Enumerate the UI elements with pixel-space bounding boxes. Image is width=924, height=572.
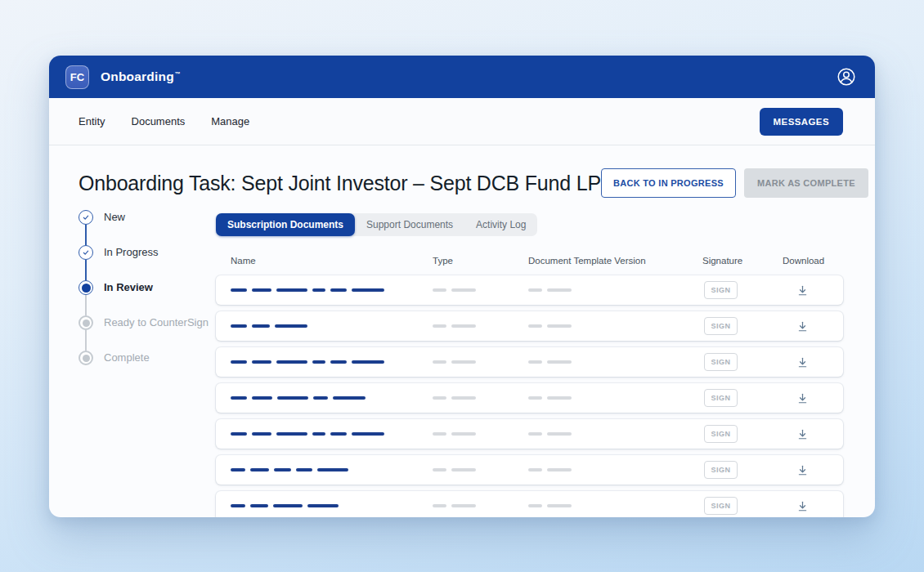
redaction-dash [547, 324, 572, 328]
signature-cell: SIGN [702, 461, 783, 479]
redacted-text [433, 288, 528, 292]
nav-item-manage[interactable]: Manage [211, 115, 249, 127]
redacted-text [216, 432, 433, 436]
redaction-dash [330, 288, 347, 292]
redaction-dash [274, 468, 291, 471]
redacted-text [433, 396, 528, 400]
page-title: Onboarding Task: Sept Joint Investor – S… [78, 172, 601, 195]
redaction-dash [252, 324, 270, 328]
redacted-text [528, 360, 702, 364]
title-row: Onboarding Task: Sept Joint Investor – S… [78, 168, 843, 198]
column-header-download: Download [783, 256, 843, 266]
download-icon [796, 500, 809, 512]
mark-as-complete-button[interactable]: MARK AS COMPLETE [744, 168, 868, 198]
redaction-dash [250, 504, 268, 507]
step-check-icon [78, 245, 93, 260]
redaction-dash [313, 396, 328, 400]
back-to-in-progress-button[interactable]: BACK TO IN PROGRESS [601, 168, 736, 198]
signature-cell: SIGN [702, 389, 783, 407]
redaction-dash [547, 468, 572, 471]
redaction-dash [451, 288, 476, 292]
redacted-text [433, 324, 528, 328]
sign-button[interactable]: SIGN [704, 425, 738, 443]
redaction-dash [528, 432, 542, 436]
sign-button[interactable]: SIGN [704, 281, 738, 299]
tab-activity-log[interactable]: Activity Log [464, 213, 537, 236]
tab-subscription-documents[interactable]: Subscription Documents [216, 213, 355, 236]
messages-button[interactable]: MESSAGES [760, 108, 843, 136]
body-row: NewIn ProgressIn ReviewReady to CounterS… [78, 213, 843, 517]
redacted-text [528, 396, 702, 400]
column-header-name: Name [216, 256, 433, 266]
stepper-step-label: New [104, 210, 125, 225]
redacted-text [216, 360, 433, 364]
main-nav: EntityDocumentsManage MESSAGES [49, 98, 875, 145]
download-button[interactable] [795, 463, 810, 478]
sign-button[interactable]: SIGN [704, 353, 738, 371]
redaction-dash [451, 432, 476, 436]
nav-item-entity[interactable]: Entity [78, 115, 105, 127]
redaction-dash [231, 360, 247, 364]
stepper-step-ready-to-countersign: Ready to CounterSign [78, 315, 216, 351]
stepper-step-new: New [78, 210, 216, 245]
table-header: NameTypeDocument Template VersionSignatu… [216, 256, 843, 266]
download-button[interactable] [795, 283, 810, 298]
download-cell [783, 355, 843, 370]
signature-cell: SIGN [702, 425, 783, 443]
app-title: Onboarding™ [101, 69, 181, 84]
download-button[interactable] [795, 498, 810, 514]
trademark-symbol: ™ [175, 71, 181, 77]
download-button[interactable] [795, 391, 810, 406]
redaction-dash [547, 432, 572, 436]
redaction-dash [433, 396, 446, 400]
step-bullet-icon [78, 351, 93, 365]
table-row: SIGN [216, 383, 843, 413]
stepper-connector [85, 225, 87, 245]
redacted-text [433, 504, 528, 507]
download-cell [783, 283, 843, 298]
redaction-dash [231, 324, 247, 328]
signature-cell: SIGN [702, 281, 783, 299]
redaction-dash [433, 504, 446, 507]
redaction-dash [333, 396, 366, 400]
stepper-step-label: In Review [104, 280, 153, 295]
brand-logo[interactable]: FC [65, 65, 89, 89]
download-cell [783, 391, 843, 406]
redacted-text [216, 396, 433, 400]
download-button[interactable] [795, 427, 810, 442]
step-bullet-icon [78, 315, 93, 330]
sign-button[interactable]: SIGN [704, 497, 738, 515]
redacted-text [433, 360, 528, 364]
table-row: SIGN [216, 347, 843, 377]
stepper-step-label: Ready to CounterSign [104, 315, 209, 330]
redaction-dash [330, 360, 347, 364]
sign-button[interactable]: SIGN [704, 389, 738, 407]
redaction-dash [451, 324, 476, 328]
redaction-dash [276, 288, 307, 292]
redaction-dash [451, 396, 476, 400]
download-button[interactable] [795, 319, 810, 334]
download-button[interactable] [795, 355, 810, 370]
nav-item-documents[interactable]: Documents [132, 115, 186, 127]
redaction-dash [528, 360, 542, 364]
redaction-dash [528, 396, 542, 400]
stepper-step-label: In Progress [104, 245, 158, 260]
download-icon [796, 356, 809, 369]
download-icon [796, 320, 809, 333]
redacted-text [528, 288, 702, 292]
sign-button[interactable]: SIGN [704, 317, 738, 335]
profile-menu-button[interactable] [836, 66, 857, 87]
redaction-dash [252, 360, 271, 364]
redaction-dash [252, 396, 272, 400]
redaction-dash [433, 432, 446, 436]
nav-links: EntityDocumentsManage [78, 115, 249, 127]
redaction-dash [528, 288, 542, 292]
redaction-dash [273, 504, 303, 507]
column-header-document-template-version: Document Template Version [528, 256, 702, 266]
redaction-dash [352, 288, 384, 292]
redaction-dash [352, 360, 384, 364]
tab-support-documents[interactable]: Support Documents [355, 213, 464, 236]
sign-button[interactable]: SIGN [704, 461, 738, 479]
column-header-type: Type [433, 256, 528, 266]
user-profile-icon [836, 66, 857, 87]
